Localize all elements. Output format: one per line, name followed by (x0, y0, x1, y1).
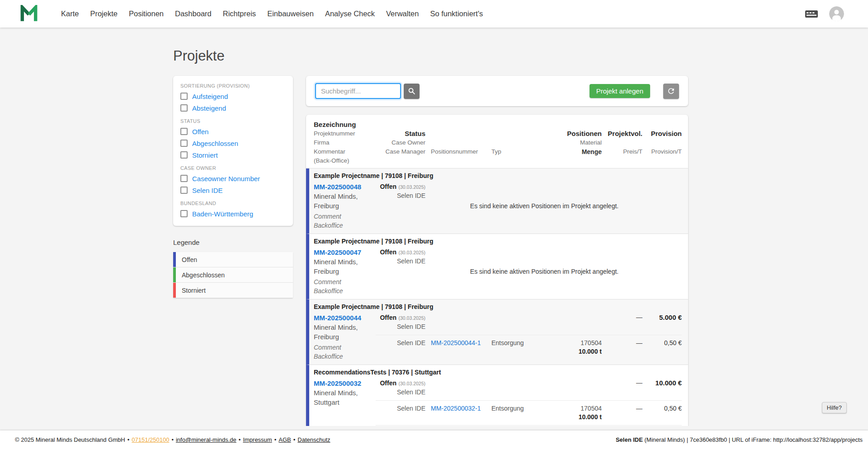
footer-links: © 2025 Mineral Minds Deutschland GmbH • … (15, 436, 616, 443)
nav-item-verwalten[interactable]: Verwalten (386, 9, 419, 18)
col-header-label: Bezeichnung (314, 120, 370, 129)
user-avatar[interactable] (829, 6, 844, 21)
filter-option-aufsteigend[interactable]: Aufsteigend (180, 90, 286, 102)
legend-label: Offen (182, 256, 197, 263)
position-material-menge: 170504 10.000 t (547, 404, 602, 421)
filter-option-label: Abgeschlossen (192, 140, 238, 147)
nav-item-karte[interactable]: Karte (61, 9, 79, 18)
filter-option-label: Aufsteigend (192, 93, 228, 100)
project-comment: Comment (314, 212, 370, 221)
legend-color-abgeschlossen (173, 267, 176, 282)
position-number-link[interactable]: MM-202500044-1 (431, 339, 486, 356)
nav-item-projekte[interactable]: Projekte (90, 9, 118, 18)
checkbox-icon[interactable] (180, 104, 188, 112)
header-col-positionsnummer: Positionsnummer (431, 120, 486, 165)
filter-option-baden-wuerttemberg[interactable]: Baden-Württemberg (180, 208, 286, 220)
projektvol-value: — (607, 379, 642, 397)
col-header-label: Provision (648, 129, 682, 138)
header-col-typ: Typ (491, 120, 542, 165)
datenschutz-link[interactable]: Datenschutz (297, 436, 330, 443)
filter-option-abgeschlossen[interactable]: Abgeschlossen (180, 137, 286, 149)
filter-option-caseowner-nonumber[interactable]: Caseowner Nonumber (180, 173, 286, 184)
status-label: Offen (380, 248, 396, 256)
col-header-label: Material (547, 138, 602, 147)
nav-item-positionen[interactable]: Positionen (129, 9, 164, 18)
project-city: Freiburg (314, 332, 370, 341)
checkbox-icon[interactable] (180, 140, 188, 147)
position-case-manager: Selen IDE (376, 339, 425, 356)
position-menge: 10.000 t (547, 413, 602, 421)
project-title: Example Projectname | 79108 | Freiburg (314, 303, 682, 310)
search-input[interactable] (315, 83, 401, 99)
project-comment: Comment (314, 343, 370, 352)
nav-item-einbauweisen[interactable]: Einbauweisen (267, 9, 314, 18)
checkbox-icon[interactable] (180, 128, 188, 135)
mineral-minds-logo[interactable] (20, 5, 38, 23)
filter-option-offen[interactable]: Offen (180, 126, 286, 137)
project-title: Example Projectname | 79108 | Freiburg (314, 172, 682, 179)
checkbox-icon[interactable] (180, 187, 188, 194)
separator-dot: • (293, 436, 296, 443)
project-comment: Backoffice (314, 221, 370, 230)
nav-item-analyse-check[interactable]: Analyse Check (325, 9, 375, 18)
nav-item-dashboard[interactable]: Dashboard (175, 9, 212, 18)
filter-option-storniert[interactable]: Storniert (180, 149, 286, 161)
search-toolbar: Projekt anlegen (306, 76, 688, 106)
checkbox-icon[interactable] (180, 210, 188, 217)
case-owner-label: Selen IDE (376, 192, 425, 200)
col-header-label: Projektnummer (314, 129, 370, 138)
col-header-label: Positionsnummer (431, 147, 486, 156)
project-company: Mineral Minds, (314, 257, 370, 267)
position-row: Selen IDE MM-202500032-2 Entsorgung 1705… (376, 425, 682, 426)
col-header-label: Positionen (547, 129, 602, 138)
project-number-link[interactable]: MM-202500032 (314, 379, 370, 388)
status-date: (30.03.2025) (398, 315, 425, 321)
legend-item-offen: Offen (173, 252, 293, 267)
separator-dot: • (239, 436, 241, 443)
project-number-link[interactable]: MM-202500047 (314, 248, 370, 257)
refresh-button[interactable] (663, 84, 679, 99)
status-label: Offen (380, 183, 396, 190)
checkbox-icon[interactable] (180, 175, 188, 182)
main-nav: Karte Projekte Positionen Dashboard Rich… (61, 9, 805, 18)
checkbox-icon[interactable] (180, 93, 188, 100)
nav-item-so-funktionierts[interactable]: So funktioniert's (430, 9, 483, 18)
phone-link[interactable]: 07151/250100 (132, 436, 169, 443)
project-number-link[interactable]: MM-202500048 (314, 182, 370, 192)
agb-link[interactable]: AGB (278, 436, 291, 443)
col-header-label: Typ (491, 147, 542, 156)
project-status: Offen (30.03.2025) Selen IDE (376, 248, 425, 266)
position-preis: — (607, 404, 642, 421)
col-header-label: Case Owner (376, 138, 425, 147)
col-header-label: Preis/T (607, 147, 642, 156)
position-number-link[interactable]: MM-202500032-1 (431, 404, 486, 421)
email-link[interactable]: info@mineral-minds.de (176, 436, 236, 443)
card-reader-icon[interactable] (805, 9, 818, 19)
search-button[interactable] (404, 84, 420, 99)
status-date: (30.03.2025) (398, 250, 425, 255)
status-date: (30.03.2025) (398, 184, 425, 190)
create-project-button[interactable]: Projekt anlegen (590, 84, 650, 98)
impressum-link[interactable]: Impressum (243, 436, 272, 443)
header-col-provision: Provision Provision/T (648, 120, 682, 165)
header-col-positionen: Positionen Material Menge (547, 120, 602, 165)
case-owner-label: Selen IDE (376, 388, 425, 397)
checkbox-icon[interactable] (180, 151, 188, 159)
project-status: Offen (30.03.2025) Selen IDE (376, 182, 425, 200)
filter-option-absteigend[interactable]: Absteigend (180, 102, 286, 114)
position-type: Entsorgung (491, 339, 542, 356)
project-comment: Backoffice (314, 352, 370, 361)
no-positions-message: Es sind keine aktiven Positionen im Proj… (458, 202, 630, 210)
col-header-label: Status (376, 129, 425, 138)
help-button[interactable]: Hilfe? (822, 402, 847, 413)
project-number-link[interactable]: MM-202500044 (314, 313, 370, 323)
project-status: Offen (30.03.2025) Selen IDE (376, 313, 425, 331)
project-company: Mineral Minds, (314, 323, 370, 332)
col-header-label: Menge (547, 147, 602, 156)
col-header-label: Firma (314, 138, 370, 147)
legend-color-offen (173, 252, 176, 267)
project-company: Mineral Minds, (314, 388, 370, 398)
filter-option-selen-ide[interactable]: Selen IDE (180, 184, 286, 196)
projects-main: Projekt anlegen Bezeichnung Projektnumme… (306, 76, 688, 426)
nav-item-richtpreis[interactable]: Richtpreis (223, 9, 256, 18)
